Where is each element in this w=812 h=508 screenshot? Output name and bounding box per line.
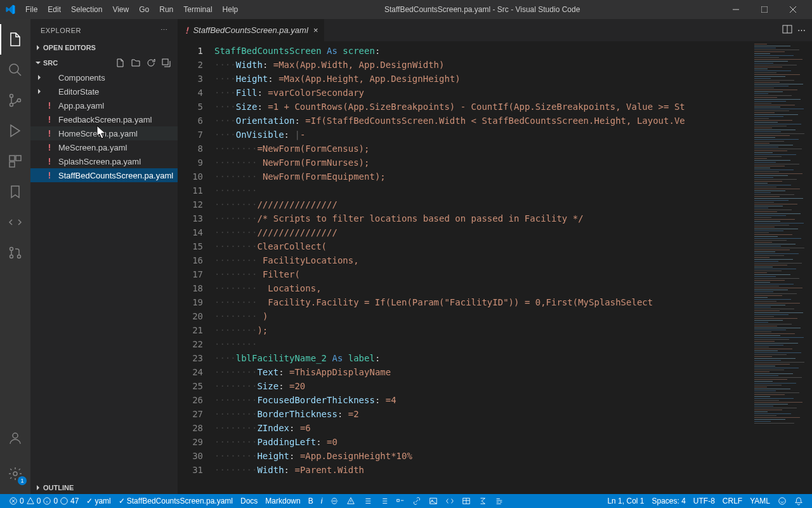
editor-area: ! StaffBedCountsScreen.pa.yaml × ⋯ 12345… — [178, 19, 812, 494]
tree-file[interactable]: !SplashScreen.pa.yaml — [30, 154, 178, 168]
activity-bookmarks[interactable] — [0, 177, 30, 207]
more-actions-icon[interactable]: ⋯ — [797, 25, 806, 35]
yaml-file-icon: ! — [44, 114, 55, 124]
svg-point-11 — [13, 433, 18, 438]
svg-point-17 — [61, 498, 68, 505]
status-markdown[interactable]: Markdown — [261, 494, 304, 508]
menu-edit[interactable]: Edit — [43, 5, 66, 14]
tree-file[interactable]: !App.pa.yaml — [30, 98, 178, 112]
account-icon — [8, 431, 23, 446]
activity-bar: 1 — [0, 19, 30, 494]
svg-point-1 — [10, 64, 18, 73]
open-editors-section[interactable]: OPEN EDITORS — [30, 43, 178, 53]
tree-item-label: Components — [58, 73, 105, 83]
menu-help[interactable]: Help — [218, 5, 244, 14]
menu-terminal[interactable]: Terminal — [178, 5, 217, 14]
status-checklist-icon[interactable] — [392, 494, 409, 508]
window-title: StaffBedCountsScreen.pa.yaml - Src - Vis… — [243, 5, 721, 14]
activity-extensions[interactable] — [0, 146, 30, 177]
status-link-icon[interactable] — [409, 494, 425, 508]
status-prettier-icon[interactable] — [491, 494, 508, 508]
tree-folder-components[interactable]: Components — [30, 70, 178, 84]
minimize-button[interactable] — [721, 0, 750, 19]
activity-accounts[interactable] — [0, 423, 30, 453]
status-notifications-icon[interactable] — [790, 494, 807, 508]
src-toolbar — [114, 57, 173, 69]
tree-file[interactable]: !MeScreen.pa.yaml — [30, 140, 178, 154]
code-content[interactable]: StaffBedCountsScreen As screen:····Width… — [214, 41, 752, 494]
status-image-icon[interactable] — [425, 494, 442, 508]
tab-bar: ! StaffBedCountsScreen.pa.yaml × ⋯ — [178, 19, 812, 41]
menu-run[interactable]: Run — [154, 5, 178, 14]
chevron-right-icon — [36, 74, 43, 81]
explorer-more-icon[interactable]: ⋯ — [160, 26, 168, 34]
files-icon — [8, 32, 23, 47]
new-file-icon[interactable] — [114, 57, 127, 69]
tree-folder-editorstate[interactable]: EditorState — [30, 84, 178, 98]
error-icon — [9, 497, 18, 505]
status-ol-icon[interactable] — [376, 494, 392, 508]
collapse-all-icon[interactable] — [160, 57, 173, 69]
minimap[interactable] — [752, 41, 812, 494]
status-language[interactable]: YAML — [746, 494, 774, 508]
activity-explorer[interactable] — [0, 24, 30, 55]
status-code-icon[interactable] — [442, 494, 458, 508]
editor-tab[interactable]: ! StaffBedCountsScreen.pa.yaml × — [178, 19, 325, 41]
status-strikethrough-icon[interactable] — [326, 494, 343, 508]
status-feedback-icon[interactable] — [774, 494, 790, 508]
tree-file[interactable]: !StaffBedCountsScreen.pa.yaml — [30, 168, 178, 182]
status-yaml-server[interactable]: ✓ yaml — [82, 494, 114, 508]
warning-icon — [26, 497, 35, 505]
activity-search[interactable] — [0, 55, 30, 85]
tree-item-label: SplashScreen.pa.yaml — [58, 157, 141, 166]
menu-go[interactable]: Go — [134, 5, 154, 14]
explorer-sidebar: EXPLORER ⋯ OPEN EDITORS SRC — [30, 19, 178, 494]
explorer-title: EXPLORER — [41, 27, 81, 34]
remote-icon — [8, 215, 23, 230]
explorer-header: EXPLORER ⋯ — [30, 19, 178, 41]
tree-item-label: StaffBedCountsScreen.pa.yaml — [58, 171, 173, 180]
activity-source-control[interactable] — [0, 85, 30, 116]
new-folder-icon[interactable] — [129, 57, 142, 69]
refresh-icon[interactable] — [145, 57, 157, 69]
hint-icon — [60, 497, 69, 505]
code-editor[interactable]: 1234567891011121314151617181920212223242… — [178, 41, 812, 494]
outline-section[interactable]: OUTLINE — [30, 483, 178, 493]
activity-github[interactable] — [0, 237, 30, 268]
status-table-icon[interactable] — [458, 494, 475, 508]
status-encoding[interactable]: UTF-8 — [690, 494, 719, 508]
status-indentation[interactable]: Spaces: 4 — [648, 494, 689, 508]
tree-file[interactable]: !FeedbackScreen.pa.yaml — [30, 112, 178, 126]
svg-point-8 — [10, 248, 13, 251]
svg-rect-5 — [10, 156, 15, 161]
menu-selection[interactable]: Selection — [66, 5, 107, 14]
status-cursor-position[interactable]: Ln 1, Col 1 — [603, 494, 648, 508]
svg-point-3 — [10, 104, 13, 107]
activity-settings[interactable]: 1 — [0, 458, 30, 489]
tree-item-label: FeedbackScreen.pa.yaml — [58, 115, 152, 124]
svg-point-9 — [10, 255, 13, 258]
outline-label: OUTLINE — [43, 484, 175, 491]
src-section[interactable]: SRC — [30, 55, 178, 70]
activity-run-debug[interactable] — [0, 116, 30, 146]
close-button[interactable] — [778, 0, 807, 19]
status-problems[interactable]: 0 0 0 47 — [5, 494, 82, 508]
close-icon[interactable]: × — [313, 25, 318, 35]
maximize-button[interactable] — [750, 0, 778, 19]
status-bold[interactable]: B — [304, 494, 317, 508]
info-icon — [43, 497, 51, 505]
status-formula-icon[interactable] — [475, 494, 491, 508]
status-filename[interactable]: ✓ StaffBedCountsScreen.pa.yaml — [115, 494, 237, 508]
status-heading-icon[interactable] — [343, 494, 359, 508]
status-italic[interactable]: i — [317, 494, 327, 508]
split-editor-icon[interactable] — [782, 24, 792, 36]
tree-file[interactable]: !HomeScreen.pa.yaml — [30, 126, 178, 140]
status-eol[interactable]: CRLF — [719, 494, 746, 508]
menu-file[interactable]: File — [20, 5, 43, 14]
status-ul-icon[interactable] — [359, 494, 376, 508]
svg-rect-13 — [162, 59, 168, 65]
activity-remote[interactable] — [0, 207, 30, 237]
yaml-file-icon: ! — [184, 25, 189, 36]
status-docs[interactable]: Docs — [237, 494, 261, 508]
menu-view[interactable]: View — [107, 5, 134, 14]
